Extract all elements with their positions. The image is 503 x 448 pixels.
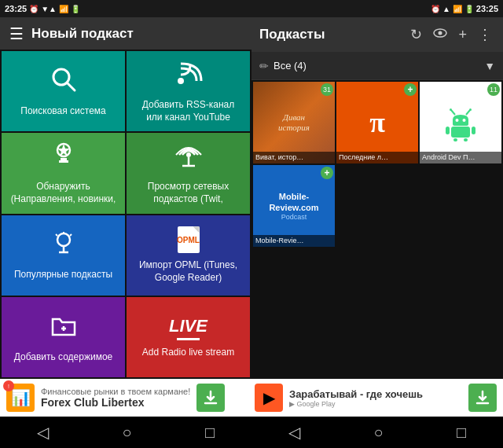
live-grid-icon: LIVE (169, 316, 207, 340)
mobile-name: Mobile-Revie… (253, 235, 335, 247)
vivat-title: Диванистория (275, 109, 313, 136)
filter-bar: ✏ Все (4) ▼ (252, 52, 503, 80)
home-button-left[interactable]: ○ (109, 417, 144, 448)
battery-icon-right: 🔋 (464, 5, 474, 13)
svg-line-20 (451, 110, 455, 115)
svg-point-7 (186, 152, 191, 157)
ad-right-icon: ▶ (255, 384, 283, 412)
status-time-right: 23:25 (476, 4, 498, 13)
grid-item-discover[interactable]: Обнаружить (Направления, новинки, (2, 133, 125, 213)
svg-line-1 (67, 83, 75, 90)
ad-left-download[interactable] (196, 384, 225, 412)
filter-label: Все (4) (274, 60, 479, 72)
opml-label: Импорт OPML (iTunes, Google Reader) (133, 259, 244, 284)
vivat-name: Виват, истор… (253, 152, 335, 163)
status-bar: 23:25 ⏰ ▼▲ 📶 🔋 ⏰ ▲ 📶 🔋 23:25 (0, 0, 503, 17)
left-toolbar: ☰ Новый подкаст (0, 17, 252, 50)
menu-icon[interactable]: ☰ (9, 24, 24, 43)
status-bar-right: ⏰ ▲ 📶 🔋 23:25 (431, 2, 498, 15)
rss-grid-icon (174, 59, 203, 93)
ad-right: ▶ Зарабатывай - где хочешь ▶ Google Play (255, 384, 497, 412)
status-bar-left: 23:25 ⏰ ▼▲ 📶 🔋 (5, 2, 80, 15)
alarm-icon-right: ⏰ (431, 5, 440, 13)
back-button-right[interactable]: ◁ (276, 417, 313, 448)
pencil-icon: ✏ (259, 60, 269, 72)
signal-icon-right: ▲ (442, 5, 450, 13)
folder-grid-icon (50, 311, 78, 345)
googleplay-label: Google Play (297, 400, 336, 408)
status-time-left: 23:25 (5, 4, 27, 13)
opml-grid-icon: OPML (178, 226, 200, 253)
rss-label: Добавить RSS-канал или канал YouTube (133, 99, 244, 123)
android-badge: 11 (487, 83, 500, 96)
ad-left-title: Финансовые рынки в твоем кармане! (41, 387, 190, 396)
android-name: Android Dev П… (420, 152, 501, 163)
wifi-icon-right: 📶 (453, 5, 462, 13)
back-button-left[interactable]: ◁ (24, 417, 61, 448)
posled-name: Последние л… (336, 152, 418, 163)
podcasts-grid: Диванистория 31 Виват, истор… π + Послед… (252, 80, 503, 379)
search-label: Поисковая система (20, 105, 105, 118)
popular-grid-icon (50, 229, 78, 263)
grid-item-live[interactable]: LIVE Add Radio live stream (127, 297, 250, 377)
nav-bar: ◁ ○ □ ◁ ○ □ (0, 417, 503, 448)
eye-icon[interactable] (430, 24, 450, 46)
search-grid-icon (50, 65, 78, 99)
svg-point-25 (463, 119, 466, 122)
discover-grid-icon (50, 141, 78, 174)
recents-button-right[interactable]: □ (444, 417, 479, 448)
grid-container: Поисковая система Добавить RSS-канал или… (0, 50, 252, 379)
add-podcast-icon[interactable]: + (455, 25, 470, 45)
ad-gplay: ▶ Google Play (289, 400, 462, 408)
more-options-icon[interactable]: ⋮ (475, 24, 495, 45)
ad-right-main: Зарабатывай - где хочешь (289, 388, 462, 400)
grid-item-popular[interactable]: Популярные подкасты (2, 215, 125, 296)
grid-item-opml[interactable]: OPML Импорт OPML (iTunes, Google Reader) (127, 215, 250, 296)
svg-point-2 (178, 78, 184, 84)
chart-icon: 📊 (11, 388, 31, 407)
svg-rect-27 (446, 127, 450, 134)
main-content: ☰ Новый подкаст Поисковая система (0, 17, 503, 379)
refresh-icon[interactable]: ↻ (407, 24, 425, 45)
ad-left-icon: 📊 ! (6, 384, 35, 412)
popular-label: Популярные подкасты (14, 269, 112, 281)
grid-item-rss[interactable]: Добавить RSS-канал или канал YouTube (127, 51, 250, 131)
dropdown-icon[interactable]: ▼ (484, 60, 495, 72)
right-panel: Подкасты ↻ + ⋮ ✏ Все (4) ▼ Диванистория (252, 17, 503, 379)
svg-line-22 (466, 110, 470, 115)
ad-right-download[interactable] (468, 384, 497, 412)
svg-line-15 (56, 234, 57, 236)
svg-rect-26 (451, 127, 470, 138)
svg-point-21 (450, 108, 452, 111)
posled-badge: + (404, 83, 417, 96)
podcast-card-mobile[interactable]: Mobile-Review.com Podcast + Mobile-Revie… (253, 165, 335, 247)
podcast-card-posled[interactable]: π + Последние л… (336, 82, 418, 163)
svg-rect-28 (472, 127, 475, 134)
svg-line-14 (70, 234, 72, 236)
discover-label: Обнаружить (Направления, новинки, (8, 181, 119, 205)
podcast-card-vivat[interactable]: Диванистория 31 Виват, истор… (253, 82, 335, 163)
podcast-card-android[interactable]: 11 Android Dev П… (420, 82, 501, 163)
recents-button-left[interactable]: □ (193, 417, 227, 448)
wifi-icon: 📶 (59, 5, 68, 13)
home-button-right[interactable]: ○ (361, 417, 395, 448)
svg-point-19 (439, 31, 442, 35)
left-panel-title: Новый подкаст (31, 26, 242, 42)
nav-right: ◁ ○ □ (252, 417, 503, 448)
googleplay-icon: ▶ (289, 400, 297, 408)
live-label: Add Radio live stream (142, 347, 234, 359)
right-panel-title: Подкасты (259, 27, 402, 42)
grid-item-search[interactable]: Поисковая система (2, 51, 125, 131)
android-robot-svg (442, 104, 479, 141)
ad-banner: 📊 ! Финансовые рынки в твоем кармане! Fo… (0, 379, 503, 417)
addcontent-label: Добавить содержимое (14, 351, 113, 364)
battery-icon: 🔋 (71, 5, 80, 13)
ad-right-text: Зарабатывай - где хочешь ▶ Google Play (289, 388, 462, 408)
ad-left-text: Финансовые рынки в твоем кармане! Forex … (41, 387, 190, 409)
grid-item-network[interactable]: Просмотр сетевых подкастов (Twit, (127, 133, 250, 213)
svg-rect-5 (61, 158, 67, 160)
mobile-subtitle: Podcast (281, 213, 307, 221)
right-toolbar: Подкасты ↻ + ⋮ (252, 17, 503, 52)
grid-item-addcontent[interactable]: Добавить содержимое (2, 297, 125, 377)
svg-point-23 (469, 108, 472, 111)
